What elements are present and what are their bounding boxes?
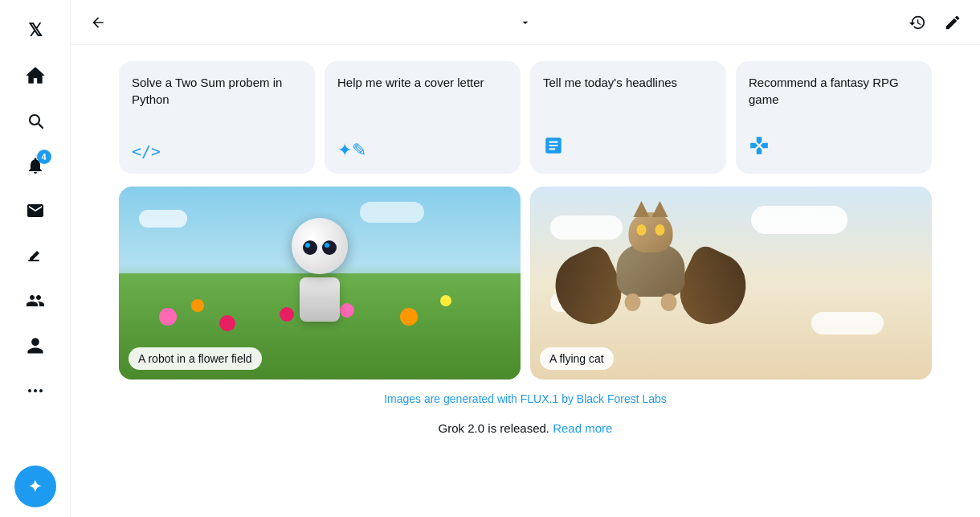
suggestion-card-2[interactable]: Tell me today's headlines	[530, 61, 726, 174]
svg-point-3	[39, 389, 43, 392]
history-icon	[909, 14, 926, 31]
sidebar-item-search[interactable]	[14, 100, 56, 142]
person-icon	[26, 336, 45, 355]
topbar-actions	[903, 8, 967, 37]
topbar	[71, 0, 980, 45]
cat-image-label: A flying cat	[540, 347, 614, 370]
image-gallery: A robot in a flower field	[119, 187, 932, 380]
more-icon	[26, 381, 45, 400]
suggestion-card-0[interactable]: Solve a Two Sum probem in Python </>	[119, 61, 315, 174]
suggestion-card-1[interactable]: Help me write a cover letter ✦✎	[325, 61, 521, 174]
communities-icon	[26, 291, 45, 310]
game-icon	[749, 135, 919, 161]
footer-release-text: Grok 2.0 is released.	[439, 421, 549, 435]
footer-release: Grok 2.0 is released. Read more	[119, 421, 932, 435]
x-logo-icon: 𝕏	[28, 20, 42, 41]
sidebar-item-communities[interactable]	[14, 280, 56, 322]
news-icon	[543, 135, 713, 161]
notification-badge: 4	[37, 150, 51, 164]
svg-point-1	[28, 389, 31, 392]
code-icon: </>	[132, 142, 302, 161]
back-button[interactable]	[84, 8, 112, 37]
compose-button[interactable]	[938, 8, 967, 37]
home-icon	[25, 65, 46, 86]
robot-image-card[interactable]: A robot in a flower field	[119, 187, 521, 380]
sidebar-item-grok-compose[interactable]: ✦	[14, 466, 56, 507]
robot-figure	[292, 218, 348, 322]
compose-icon	[944, 14, 962, 31]
suggestion-cards-grid: Solve a Two Sum probem in Python </> Hel…	[119, 61, 932, 174]
card-text-2: Tell me today's headlines	[543, 74, 713, 91]
sidebar-item-profile[interactable]	[14, 325, 56, 367]
write-icon: ✦✎	[337, 140, 508, 161]
card-text-1: Help me write a cover letter	[337, 74, 508, 91]
card-text-3: Recommend a fantasy RPG game	[749, 74, 919, 108]
sidebar-item-notifications[interactable]: 4	[14, 145, 56, 187]
sidebar-item-grok[interactable]	[14, 235, 56, 277]
footer-attribution: Images are generated with FLUX.1 by Blac…	[119, 392, 932, 405]
content-area: Solve a Two Sum probem in Python </> Hel…	[71, 45, 980, 517]
search-icon	[26, 111, 45, 130]
sidebar-item-home[interactable]	[14, 55, 56, 96]
main-content: Solve a Two Sum probem in Python </> Hel…	[71, 0, 980, 517]
sidebar-item-more[interactable]	[14, 370, 56, 412]
pen-icon	[26, 246, 45, 265]
chevron-down-icon	[519, 16, 532, 29]
sidebar-item-x-logo[interactable]: 𝕏	[14, 10, 56, 51]
mail-icon	[26, 201, 45, 220]
footer-read-more-link[interactable]: Read more	[553, 421, 612, 435]
topbar-center-dropdown[interactable]	[519, 16, 532, 29]
grok-compose-icon: ✦	[28, 477, 42, 496]
sidebar: 𝕏 4	[0, 0, 71, 517]
robot-image-label: A robot in a flower field	[129, 347, 262, 370]
cat-image-card[interactable]: A flying cat	[530, 187, 932, 380]
history-button[interactable]	[903, 8, 932, 37]
suggestion-card-3[interactable]: Recommend a fantasy RPG game	[736, 61, 932, 174]
svg-point-2	[34, 389, 37, 392]
card-text-0: Solve a Two Sum probem in Python	[132, 74, 302, 108]
back-arrow-icon	[90, 14, 106, 31]
sidebar-item-messages[interactable]	[14, 190, 56, 232]
